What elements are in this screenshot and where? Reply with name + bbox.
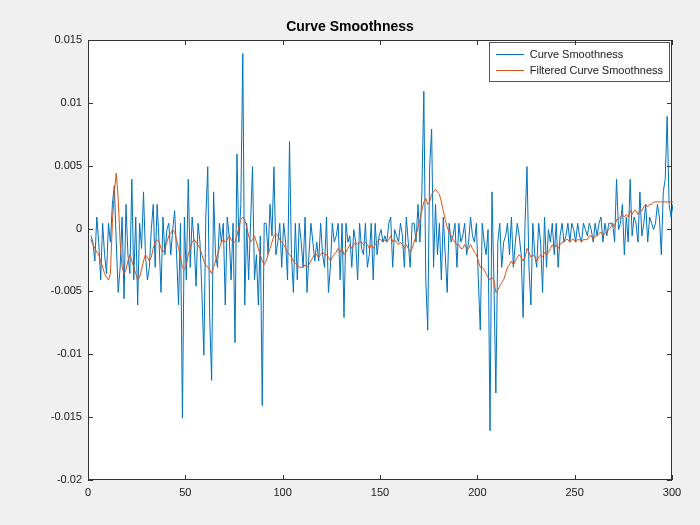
tick-mark xyxy=(380,475,381,480)
tick-mark xyxy=(667,166,672,167)
tick-mark xyxy=(88,103,93,104)
tick-mark xyxy=(667,291,672,292)
x-tick-label: 200 xyxy=(468,486,486,498)
y-tick-label: 0.005 xyxy=(22,159,82,171)
tick-mark xyxy=(88,229,93,230)
tick-mark xyxy=(88,475,89,480)
y-tick-label: 0 xyxy=(22,222,82,234)
legend-entry-2: Filtered Curve Smoothness xyxy=(496,62,663,78)
legend-swatch-1 xyxy=(496,54,524,55)
tick-mark xyxy=(88,40,89,45)
tick-mark xyxy=(477,475,478,480)
x-tick-label: 0 xyxy=(85,486,91,498)
tick-mark xyxy=(667,417,672,418)
tick-mark xyxy=(672,40,673,45)
tick-mark xyxy=(88,417,93,418)
y-tick-label: 0.01 xyxy=(22,96,82,108)
tick-mark xyxy=(667,229,672,230)
tick-mark xyxy=(88,291,93,292)
tick-mark xyxy=(667,103,672,104)
tick-mark xyxy=(667,480,672,481)
tick-mark xyxy=(88,354,93,355)
legend-entry-1: Curve Smoothness xyxy=(496,46,663,62)
tick-mark xyxy=(477,40,478,45)
legend-box: Curve Smoothness Filtered Curve Smoothne… xyxy=(489,42,670,82)
tick-mark xyxy=(283,40,284,45)
x-tick-label: 300 xyxy=(663,486,681,498)
x-tick-label: 150 xyxy=(371,486,389,498)
x-tick-label: 250 xyxy=(565,486,583,498)
x-tick-label: 50 xyxy=(179,486,191,498)
legend-label-2: Filtered Curve Smoothness xyxy=(530,64,663,76)
figure-background: Curve Smoothness Curve Smoothness Filter… xyxy=(0,0,700,525)
tick-mark xyxy=(672,475,673,480)
y-tick-label: -0.01 xyxy=(22,347,82,359)
x-tick-label: 100 xyxy=(273,486,291,498)
series-line xyxy=(91,54,673,431)
tick-mark xyxy=(88,166,93,167)
y-tick-label: 0.015 xyxy=(22,33,82,45)
tick-mark xyxy=(283,475,284,480)
chart-title: Curve Smoothness xyxy=(0,18,700,34)
tick-mark xyxy=(380,40,381,45)
tick-mark xyxy=(185,40,186,45)
y-tick-label: -0.015 xyxy=(22,410,82,422)
y-tick-label: -0.005 xyxy=(22,284,82,296)
y-tick-label: -0.02 xyxy=(22,473,82,485)
plot-axes xyxy=(88,40,672,480)
plot-canvas xyxy=(89,41,673,481)
tick-mark xyxy=(667,354,672,355)
tick-mark xyxy=(185,475,186,480)
tick-mark xyxy=(575,40,576,45)
tick-mark xyxy=(88,480,93,481)
tick-mark xyxy=(575,475,576,480)
legend-swatch-2 xyxy=(496,70,524,71)
legend-label-1: Curve Smoothness xyxy=(530,48,624,60)
